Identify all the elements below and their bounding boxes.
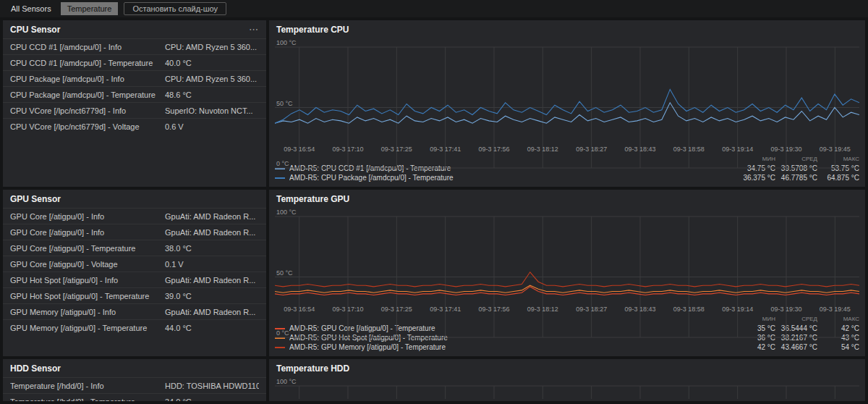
hdd-chart-plot: 100 °C [275, 377, 859, 401]
sensor-row: GPU Hot Spot [/atigpu/0] - InfoGpuAti: A… [3, 272, 266, 287]
chart-canvas [275, 377, 859, 401]
sensor-label: CPU VCore [/lpc/nct6779d] - Voltage [10, 122, 165, 131]
legend-row: AMD-R5: GPU Memory [/atigpu/0] - Tempera… [275, 342, 859, 352]
legend-stat-value: 64.875 °C [817, 174, 859, 182]
sensor-row: CPU CCD #1 [/amdcpu/0] - Temperature40.0… [3, 54, 266, 70]
hdd-sensor-title: HDD Sensor [10, 363, 61, 374]
legend-series-name: AMD-R5: CPU Package [/amdcpu/0] - Temper… [289, 174, 733, 182]
sensor-value: GpuAti: AMD Radeon R... [165, 228, 259, 237]
sensor-value: CPU: AMD Ryzen 5 360... [165, 43, 259, 51]
sensor-label: CPU CCD #1 [/amdcpu/0] - Info [10, 43, 165, 51]
gpu-chart-header: Temperature GPU [269, 190, 865, 208]
sensor-label: CPU Package [/amdcpu/0] - Temperature [10, 91, 165, 99]
x-axis-tick: 09-3 19:30 [770, 306, 801, 313]
legend-stat-value: 36.375 °C [733, 174, 775, 182]
gpu-chart-plot: 100 °C50 °C0 °C [275, 208, 859, 303]
sensor-value: SuperIO: Nuvoton NCT... [165, 106, 259, 115]
cpu-sensor-table: CPU CCD #1 [/amdcpu/0] - InfoCPU: AMD Ry… [3, 38, 266, 134]
sensor-value: 34.0 °C [165, 397, 259, 402]
sensor-row: CPU Package [/amdcpu/0] - Temperature48.… [3, 86, 266, 102]
x-axis-tick: 09-3 17:10 [332, 146, 363, 153]
x-axis-tick: 09-3 18:43 [624, 306, 655, 313]
legend-stat-value: 54 °C [817, 343, 859, 351]
cpu-chart-plot: 100 °C50 °C0 °C [275, 38, 859, 143]
legend-swatch [275, 347, 285, 348]
sensor-row: GPU Memory [/atigpu/0] - Temperature44.0… [3, 319, 266, 335]
sensor-value: 48.6 °C [165, 91, 259, 99]
cpu-chart-x-axis: 09-3 16:5409-3 17:1009-3 17:2509-3 17:41… [275, 143, 859, 155]
sensor-value: CPU: AMD Ryzen 5 360... [165, 75, 259, 83]
chart-series-line [275, 285, 859, 293]
x-axis-tick: 09-3 17:10 [332, 306, 363, 313]
sensor-row: GPU Core [/atigpu/0] - InfoGpuAti: AMD R… [3, 208, 266, 224]
sensor-row: GPU Memory [/atigpu/0] - InfoGpuAti: AMD… [3, 303, 266, 319]
cpu-sensor-title: CPU Sensor [10, 25, 60, 35]
legend-stat-value: 42 °C [733, 343, 775, 351]
gpu-sensor-panel: GPU Sensor GPU Core [/atigpu/0] - InfoGp… [3, 190, 266, 356]
legend-swatch [275, 177, 285, 179]
x-axis-tick: 09-3 17:56 [478, 306, 509, 313]
sensor-value: 38.0 °C [165, 244, 259, 253]
cpu-chart-header: Temperature CPU [269, 20, 865, 38]
x-axis-tick: 09-3 16:54 [284, 146, 315, 153]
chart-series-line [275, 103, 859, 123]
sensor-value: GpuAti: AMD Radeon R... [165, 308, 259, 316]
gpu-chart-x-axis: 09-3 16:5409-3 17:1009-3 17:2509-3 17:41… [275, 303, 859, 315]
x-axis-tick: 09-3 19:14 [722, 146, 753, 153]
sensor-row: GPU Core [/atigpu/0] - Voltage0.1 V [3, 256, 266, 272]
legend-row: AMD-R5: CPU Package [/amdcpu/0] - Temper… [275, 173, 859, 182]
legend-stat-value: 43.4667 °C [775, 343, 817, 351]
x-axis-tick: 09-3 19:45 [820, 146, 851, 153]
x-axis-tick: 09-3 18:58 [673, 306, 705, 313]
tab-all-sensors[interactable]: All Sensors [4, 2, 58, 15]
x-axis-tick: 09-3 18:27 [576, 146, 607, 153]
x-axis-tick: 09-3 16:54 [284, 306, 315, 313]
sensor-row: Temperature [/hdd/0] - InfoHDD: TOSHIBA … [3, 377, 266, 393]
main-grid: CPU Sensor ⋯ CPU CCD #1 [/amdcpu/0] - In… [0, 17, 868, 404]
sensor-value: 40.0 °C [165, 59, 259, 67]
chart-series-line [275, 89, 859, 123]
sensor-value: GpuAti: AMD Radeon R... [165, 212, 259, 221]
x-axis-tick: 09-3 18:27 [576, 306, 607, 313]
tab-temperature[interactable]: Temperature [61, 2, 119, 15]
hdd-chart-title: Temperature HDD [276, 363, 349, 374]
sensor-row: CPU VCore [/lpc/nct6779d] - InfoSuperIO:… [3, 102, 266, 118]
x-axis-tick: 09-3 17:41 [430, 306, 461, 313]
legend-series-name: AMD-R5: GPU Memory [/atigpu/0] - Tempera… [289, 343, 733, 351]
panel-menu-icon[interactable]: ⋯ [249, 27, 259, 33]
stop-slideshow-button[interactable]: Остановить слайд-шоу [124, 2, 226, 15]
x-axis-tick: 09-3 17:56 [478, 146, 509, 153]
chart-series-line [275, 272, 859, 287]
gpu-sensor-table: GPU Core [/atigpu/0] - InfoGpuAti: AMD R… [3, 208, 266, 335]
sensor-label: Temperature [/hdd/0] - Temperature [10, 397, 165, 402]
sensor-label: GPU Core [/atigpu/0] - Voltage [10, 260, 165, 269]
chart-series-line [275, 287, 859, 295]
sensor-label: GPU Hot Spot [/atigpu/0] - Info [10, 276, 165, 285]
sensor-label: GPU Core [/atigpu/0] - Info [10, 212, 165, 221]
hdd-sensor-panel: HDD Sensor Temperature [/hdd/0] - InfoHD… [3, 359, 266, 401]
sensor-value: 39.0 °C [165, 292, 259, 300]
sensor-row: GPU Hot Spot [/atigpu/0] - Temperature39… [3, 287, 266, 303]
x-axis-tick: 09-3 18:43 [624, 146, 655, 153]
hdd-chart-header: Temperature HDD [269, 359, 865, 377]
sensor-value: 0.6 V [165, 122, 259, 131]
cpu-chart-title: Temperature CPU [276, 25, 349, 35]
sensor-label: GPU Memory [/atigpu/0] - Temperature [10, 324, 165, 332]
gpu-sensor-title: GPU Sensor [10, 194, 61, 204]
hdd-chart-panel: Temperature HDD 100 °C [269, 359, 865, 401]
sensor-label: GPU Core [/atigpu/0] - Temperature [10, 244, 165, 253]
sensor-value: 0.1 V [165, 260, 259, 269]
cpu-sensor-header: CPU Sensor ⋯ [3, 20, 266, 38]
sensor-row: CPU VCore [/lpc/nct6779d] - Voltage0.6 V [3, 118, 266, 134]
cpu-sensor-panel: CPU Sensor ⋯ CPU CCD #1 [/amdcpu/0] - In… [3, 20, 266, 187]
x-axis-tick: 09-3 18:12 [527, 146, 558, 153]
x-axis-tick: 09-3 17:25 [381, 146, 412, 153]
sensor-row: Temperature [/hdd/0] - Temperature34.0 °… [3, 393, 266, 401]
x-axis-tick: 09-3 18:58 [673, 146, 705, 153]
gpu-chart-panel: Temperature GPU 100 °C50 °C0 °C 09-3 16:… [269, 190, 865, 356]
sensor-row: CPU Package [/amdcpu/0] - InfoCPU: AMD R… [3, 70, 266, 86]
hdd-sensor-header: HDD Sensor [3, 359, 266, 377]
x-axis-tick: 09-3 19:14 [722, 306, 753, 313]
sensor-value: HDD: TOSHIBA HDWD110 [165, 382, 259, 390]
gpu-sensor-header: GPU Sensor [3, 190, 266, 208]
